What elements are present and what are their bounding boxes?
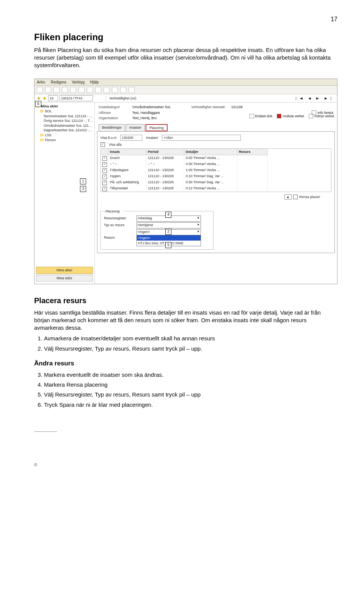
toolbar-btn-8[interactable] [95,87,101,93]
table-row[interactable]: ✓– " –– " –0:30 Timmar/ Vecka ... [101,161,331,167]
label-organisation: Organisation [99,116,127,120]
step-andra-5: Välj Resursregister, Typ av resurs, Resu… [44,391,337,398]
tab-placering[interactable]: Placering [146,124,168,131]
id-type-field[interactable]: 19 [48,95,58,101]
placering-legend: Placering [105,209,124,214]
toolbar-btn-6[interactable] [78,87,85,93]
label-verkst-startade: Verkställighet startade: [191,105,226,109]
step-placera-1: Avmarkera de insatser/detaljer som event… [44,335,337,342]
up-arrow-button[interactable]: ▲ [284,194,292,200]
visa-from-input[interactable]: 130205 [120,135,142,141]
annotation-6: 6 [35,101,41,107]
col-detaljer[interactable]: Detaljer [184,149,237,155]
annotation-1: 1 [80,178,86,184]
value-organisation: Test_Hemtj, Bro [132,116,157,120]
step-andra-6: Tryck Spara när ni är klar med placering… [44,401,337,409]
endast-dok-link[interactable]: Endast dok. [249,114,273,118]
tab-panel-placering: Visa fr.o.m 130205 Insatser <Alla> ✓ Vis… [97,131,335,253]
copyright-mark: © [34,462,337,468]
resurs-option-ingen[interactable]: <ingen> [137,235,201,241]
tab-insatser[interactable]: Insatser [126,124,145,131]
favorites-row: ★ ★ 19 190101+TF44 Verkställighet (ov) ❘… [35,94,337,102]
table-row[interactable]: ✓På- och avklädning121110 - 1302280:30 T… [101,179,331,186]
table-row[interactable]: ✓Hygien121110 - 1302280:10 Timmar/ Dag, … [101,173,331,179]
tree-item[interactable]: Dagverksamhet SoL 121010 - , Liljebrand,… [44,128,93,133]
toolbar-btn-12[interactable] [129,87,135,93]
tab-bestallningar[interactable]: Beställningar [99,124,125,131]
toolbar-btn-10[interactable] [112,87,118,93]
toolbar-btn-4[interactable] [62,87,68,93]
toolbar-btn-7[interactable] [87,87,93,93]
toolbar-btn-3[interactable] [53,87,60,93]
menubar: Arkiv Redigera Verktyg Hjälp [35,79,337,86]
main-pane: Endast dok. Avsluta verkst. Avbryt verks… [95,102,337,284]
tabs: Beställningar Insatser Placering [99,124,333,131]
step-placera-2: Välj Resursregister, Typ av resurs, Resu… [44,345,337,353]
mina-akter-button[interactable]: Mina akter [36,267,93,274]
page-number: 17 [34,15,337,24]
col-period[interactable]: Period [146,149,184,155]
menu-hjalp[interactable]: Hjälp [90,80,99,84]
toolbar-btn-5[interactable] [70,87,76,93]
col-resurs[interactable]: Resurs [237,149,268,155]
toolbar-btn-2[interactable] [45,87,51,93]
table-row[interactable]: ✓Tillsynsstäd121110 - 1302280:12 Timmar/… [101,186,331,192]
table-row[interactable]: ✓Följeslagare121110 - 1302281:00 Timmar/… [101,167,331,173]
id-field[interactable]: 190101+TF44 [60,95,93,101]
label-typ-av-resurs: Typ av resurs [104,223,134,227]
value-verkst-startade: 121109 [231,105,243,109]
avsluta-verkst-link[interactable]: Avsluta verkst. [277,114,304,118]
label-resursregister: Resursregister [104,216,134,220]
avbryt-verkst-link[interactable]: Avbryt verkst. [309,114,335,118]
step-andra-4: Markera Rensa placering [44,381,337,389]
annotation-5: 5 [165,242,171,248]
table-row[interactable]: ✓Dusch121110 - 1302280:30 Timmar/ Vecka … [101,155,331,161]
app-screenshot: Arkiv Redigera Verktyg Hjälp ★ ★ 19 1901… [34,79,337,284]
tree-lss[interactable]: 📁 LSS [40,133,93,138]
typ-av-resurs-select[interactable]: Hemtjänst▼ [136,222,201,228]
annotation-3: 3 [80,186,86,192]
menu-redigera[interactable]: Redigera [51,80,66,84]
top-right-actions: Endast dok. Avsluta verkst. Avbryt verks… [249,114,335,118]
annotation-2: 2 [165,229,171,235]
toolbar-btn-1[interactable] [37,87,43,93]
star-icon: ★ [42,95,47,101]
value-utforare: Test, Handläggare [132,110,160,115]
heading-fliken-placering: Fliken placering [34,31,337,43]
tree-root[interactable]: 📁 Mina akter [36,104,93,109]
rensa-row: ▲ Rensa placeri [100,194,331,200]
navigation-tree[interactable]: 📁 Mina akter 📁 SOL Serviceinsatser SoL 1… [35,102,95,284]
col-insats[interactable]: Insats [108,149,146,155]
label-visa-alla: Visa alla [109,142,122,147]
filter-row: Visa fr.o.m 130205 Insatser <Alla> [100,135,331,141]
tree-item[interactable]: Övrig service SoL 121119 - , Test, Handl… [44,118,93,123]
tree-item[interactable]: Serviceinsatser SoL 121119 - 130101, Tes… [44,114,93,119]
footnote-rule [34,431,57,432]
sidebar-bottom-buttons: Mina akter Mina sidor [36,267,93,282]
label-resurs: Resurs [104,235,134,240]
label-visa-from: Visa fr.o.m [100,135,116,140]
label-rensa-placering: Rensa placeri [299,195,320,199]
placering-block: Placering Resursregister Arbetslag▼ Typ … [100,211,213,249]
rensa-checkbox[interactable] [293,195,298,199]
label-insatskategori: Insatskategori [99,105,127,109]
nav-arrows[interactable]: ❘◀ ◀ ▶ ▶❘ [295,96,335,101]
mina-sidor-button[interactable]: Mina sidor [36,275,93,282]
menu-arkiv[interactable]: Arkiv [37,80,45,84]
toolbar-btn-11[interactable] [120,87,126,93]
para-fliken-intro: På fliken Placering kan du söka fram din… [34,46,337,69]
pane-title: Verkställighet (ov) [106,96,136,101]
tree-person[interactable]: 📁 Person [40,138,93,143]
tree-item[interactable]: Omvårdnadsinsatser SoL 121109 - , Test, … [44,123,93,128]
toolbar-btn-9[interactable] [104,87,110,93]
heading-placera-resurs: Placera resurs [34,296,337,306]
tree-sol[interactable]: 📁 SOL [40,109,93,114]
insatser-select[interactable]: <Alla> [162,135,241,141]
heading-andra-resurs: Ändra resurs [34,359,337,368]
menu-verktyg[interactable]: Verktyg [72,80,84,84]
value-insatskategori: Omvårdnadsinsatser SoL [132,105,171,109]
annotation-4: 4 [165,212,171,218]
visa-alla-checkbox[interactable]: ✓ [100,142,105,147]
label-insatser: Insatser [146,135,158,140]
toolbar [35,86,337,94]
